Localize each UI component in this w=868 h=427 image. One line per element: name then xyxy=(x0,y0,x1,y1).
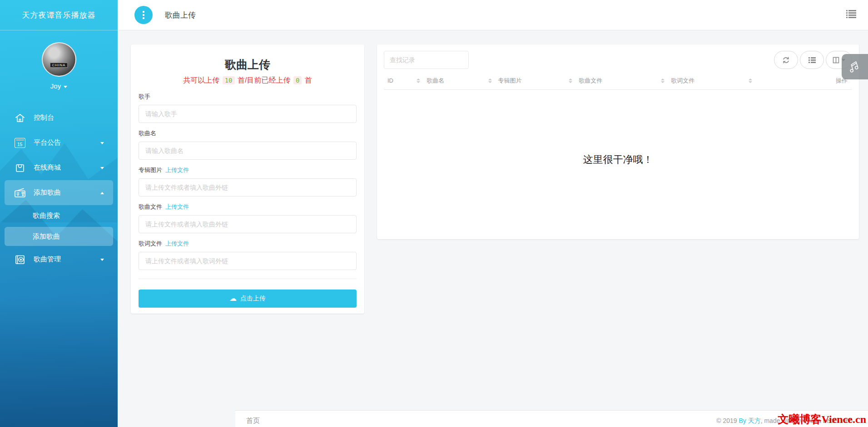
sidebar-subitem-label: 添加歌曲 xyxy=(33,232,60,241)
sidebar-subitem-song-search[interactable]: 歌曲搜索 xyxy=(0,205,118,226)
sort-icon xyxy=(749,79,752,83)
cloud-upload-icon: ☁ xyxy=(229,295,237,302)
sidebar-subitem-add-song[interactable]: 添加歌曲 xyxy=(5,227,113,246)
sidebar-item-label: 添加歌曲 xyxy=(34,188,61,197)
chevron-down-icon xyxy=(100,142,104,144)
toolbar-buttons xyxy=(774,51,852,69)
song-name-input[interactable] xyxy=(139,142,357,160)
refresh-icon xyxy=(782,56,790,64)
sort-icon xyxy=(417,79,420,83)
upload-file-link[interactable]: 上传文件 xyxy=(165,240,189,247)
records-table-card: ID 歌曲名 专辑图片 歌曲文件 歌词文件 xyxy=(377,44,859,239)
quota-total: 10 xyxy=(223,76,235,84)
field-label: 歌手 xyxy=(139,93,357,101)
field-lyric-file: 歌词文件上传文件 xyxy=(139,240,357,270)
divider xyxy=(139,279,357,279)
field-song-file: 歌曲文件上传文件 xyxy=(139,203,357,233)
chevron-down-icon xyxy=(100,167,104,169)
user-menu[interactable]: CHINA Joy xyxy=(0,30,118,94)
avatar-caption: CHINA xyxy=(50,63,68,68)
columns-icon xyxy=(833,57,839,64)
sidebar-item-add-song[interactable]: 添加歌曲 xyxy=(5,180,113,205)
sidebar-submenu: 歌曲搜索 添加歌曲 xyxy=(0,205,118,246)
sort-icon xyxy=(488,79,492,83)
footer-author-link[interactable]: By 天方 xyxy=(739,417,760,424)
username[interactable]: Joy xyxy=(0,82,118,90)
column-header-id[interactable]: ID xyxy=(387,77,427,84)
column-header-song-name[interactable]: 歌曲名 xyxy=(427,77,498,85)
sidebar-menu: 控制台 15 平台公告 在线商城 添加歌曲 歌曲搜索 xyxy=(0,105,118,272)
footer-watermark: 文曦博客Vience.cn xyxy=(778,412,866,427)
footer-home-link[interactable]: 首页 xyxy=(246,417,260,425)
top-header: 歌曲上传 xyxy=(118,0,868,30)
upload-form-card: 歌曲上传 共可以上传 10 首/目前已经上传 0 首 歌手 歌曲名 专辑图片上传… xyxy=(131,44,364,314)
field-song-name: 歌曲名 xyxy=(139,129,357,160)
sidebar-item-song-management[interactable]: 歌曲管理 xyxy=(0,247,118,272)
sort-icon xyxy=(661,79,665,83)
sidebar-item-label: 歌曲管理 xyxy=(34,255,61,264)
sidebar-item-store[interactable]: 在线商城 xyxy=(0,155,118,180)
column-header-actions: 操作 xyxy=(759,77,848,85)
field-album-image: 专辑图片上传文件 xyxy=(139,166,357,196)
lyric-file-input[interactable] xyxy=(139,252,357,270)
music-player-widget[interactable] xyxy=(842,54,868,79)
upload-file-link[interactable]: 上传文件 xyxy=(165,167,189,173)
sidebar-item-announcements[interactable]: 15 平台公告 xyxy=(0,130,118,155)
field-label: 歌曲文件上传文件 xyxy=(139,203,357,211)
field-label: 专辑图片上传文件 xyxy=(139,166,357,174)
sidebar-bg-rocks xyxy=(0,300,118,427)
table-toolbar xyxy=(384,51,852,69)
app-title: 天方夜谭音乐播放器 xyxy=(0,0,118,30)
upload-file-link[interactable]: 上传文件 xyxy=(165,203,189,210)
toggle-view-button[interactable] xyxy=(800,51,824,69)
list-menu-icon[interactable] xyxy=(845,9,857,21)
sidebar-subitem-label: 歌曲搜索 xyxy=(33,211,60,220)
sort-icon xyxy=(569,79,572,83)
sidebar-item-dashboard[interactable]: 控制台 xyxy=(0,105,118,130)
quota-note: 共可以上传 10 首/目前已经上传 0 首 xyxy=(139,76,357,85)
search-input[interactable] xyxy=(384,51,469,69)
sidebar: 天方夜谭音乐播放器 CHINA Joy 控制台 15 平台公告 在线商城 xyxy=(0,0,118,427)
page-title: 歌曲上传 xyxy=(165,10,196,20)
artist-input[interactable] xyxy=(139,105,357,123)
music-note-icon xyxy=(845,58,863,75)
chevron-down-icon xyxy=(100,259,104,261)
footer: 首页 © 2019 By 天方, made with love for a be… xyxy=(235,410,868,427)
submit-upload-label: 点击上传 xyxy=(240,294,266,303)
sidebar-item-label: 平台公告 xyxy=(34,138,61,147)
field-artist: 歌手 xyxy=(139,93,357,123)
column-header-album-image[interactable]: 专辑图片 xyxy=(498,77,579,85)
list-view-icon xyxy=(808,57,816,63)
field-label: 歌词文件上传文件 xyxy=(139,240,357,248)
album-image-input[interactable] xyxy=(139,178,357,196)
form-title: 歌曲上传 xyxy=(139,57,357,72)
field-label: 歌曲名 xyxy=(139,129,357,137)
chevron-up-icon xyxy=(100,192,104,194)
disc-icon xyxy=(14,254,26,265)
sidebar-item-label: 控制台 xyxy=(34,113,54,122)
calendar-icon: 15 xyxy=(14,137,26,148)
chevron-down-icon xyxy=(64,86,67,88)
column-header-song-file[interactable]: 歌曲文件 xyxy=(579,77,671,85)
refresh-button[interactable] xyxy=(774,51,798,69)
column-header-lyric-file[interactable]: 歌词文件 xyxy=(671,77,759,85)
submit-upload-button[interactable]: ☁ 点击上传 xyxy=(139,290,357,308)
table-header: ID 歌曲名 专辑图片 歌曲文件 歌词文件 xyxy=(384,72,852,90)
quota-used: 0 xyxy=(293,76,302,84)
info-dots-button[interactable] xyxy=(134,6,153,24)
home-icon xyxy=(14,113,26,123)
empty-state-text: 这里很干净哦！ xyxy=(384,90,852,230)
song-file-input[interactable] xyxy=(139,215,357,233)
calendar-day: 15 xyxy=(15,138,25,148)
avatar[interactable]: CHINA xyxy=(42,42,76,77)
content: 歌曲上传 共可以上传 10 首/目前已经上传 0 首 歌手 歌曲名 专辑图片上传… xyxy=(118,30,868,314)
shop-bag-icon xyxy=(14,162,26,173)
sidebar-item-label: 在线商城 xyxy=(34,163,61,172)
main-area: 歌曲上传 歌曲上传 共可以上传 10 首/目前已经上传 0 首 歌手 歌曲名 xyxy=(118,0,868,427)
radio-icon xyxy=(14,187,26,198)
